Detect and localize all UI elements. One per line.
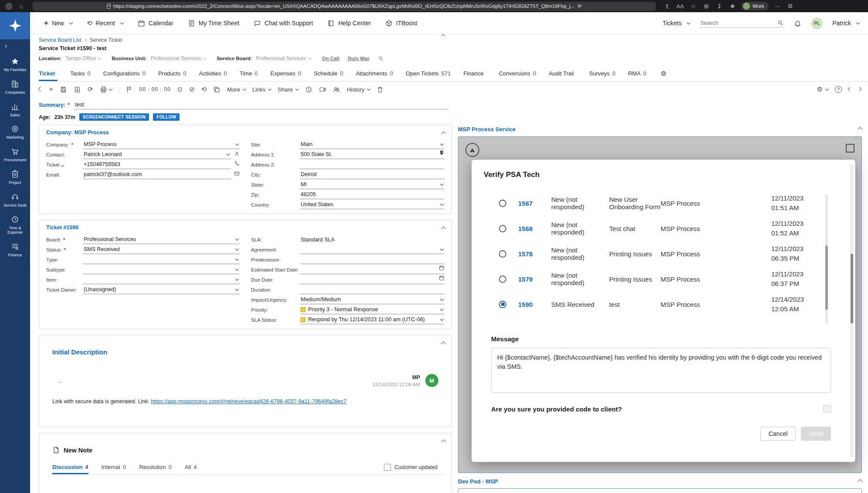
sidebar-item-sales[interactable]: Sales xyxy=(0,99,30,121)
zip-input[interactable]: 48205 xyxy=(300,189,444,199)
next-record-button[interactable] xyxy=(858,88,861,92)
stop-timer-icon[interactable]: ⊘ xyxy=(189,85,195,93)
ticket-id-link[interactable]: 1568 xyxy=(518,225,551,232)
search-input[interactable] xyxy=(700,20,773,26)
ticket-id-link[interactable]: 1590 xyxy=(518,301,551,308)
prev-record-button[interactable] xyxy=(848,88,851,92)
ticket-owner-dropdown[interactable]: (Unassigned) xyxy=(83,284,240,294)
help-icon[interactable]: ? xyxy=(835,86,842,93)
list-item[interactable]: 1579 New (not responded) Printing Issues… xyxy=(499,266,822,292)
tab-rma[interactable]: RMA0 xyxy=(628,70,646,81)
refresh-button[interactable]: ⟳ xyxy=(88,85,93,93)
company-dropdown[interactable]: MSP Process xyxy=(83,139,240,149)
ticket-id-link[interactable]: 1578 xyxy=(518,250,551,258)
sidebar-item-finance[interactable]: Finance xyxy=(0,238,30,261)
note-tab-discussion[interactable]: Discussion4 xyxy=(52,464,88,474)
location-select[interactable]: Tampa Office xyxy=(65,55,101,61)
list-scrollbar-track[interactable] xyxy=(825,194,828,324)
sidebar-item-procurement[interactable]: Procurement xyxy=(0,143,30,166)
predecessor-input[interactable] xyxy=(300,254,444,264)
share-menu[interactable]: Share xyxy=(278,86,298,93)
sidebar-panel-icon[interactable]: ⊞ xyxy=(702,3,711,10)
calendar-icon[interactable] xyxy=(439,265,444,272)
business-unit-select[interactable]: Professional Services xyxy=(151,55,206,61)
tab-finance[interactable]: Finance xyxy=(463,70,486,81)
sidebar-item-companies[interactable]: Companies xyxy=(0,76,30,99)
sla-status-dropdown[interactable]: Respond by Thu 12/14/2023 11:00 am (UTC-… xyxy=(300,314,444,324)
tab-time[interactable]: Time0 xyxy=(240,70,258,81)
scroll-to-top-icon[interactable] xyxy=(465,143,479,157)
save-and-close-button[interactable] xyxy=(74,86,81,93)
summary-input[interactable]: test xyxy=(74,101,449,109)
state-dropdown[interactable]: MI xyxy=(300,179,444,189)
address2-input[interactable] xyxy=(300,159,444,169)
sidebar-item-marketing[interactable]: Marketing xyxy=(0,121,30,143)
sidebar-item-time-expense[interactable]: Time & Expense xyxy=(0,211,30,239)
cancel-button[interactable]: Cancel xyxy=(760,427,796,441)
note-tab-all[interactable]: All4 xyxy=(185,464,197,474)
site-dropdown[interactable]: Main xyxy=(300,139,444,149)
sidebar-item-my-favorites[interactable]: My Favorites xyxy=(0,53,30,76)
reset-timer-icon[interactable]: ⟲ xyxy=(201,85,207,93)
subtype-dropdown[interactable] xyxy=(83,264,240,274)
tab-open-tickets[interactable]: Open Tickets571 xyxy=(406,70,451,81)
on-call-link[interactable]: On Call xyxy=(322,56,339,61)
tab-schedule[interactable]: Schedule0 xyxy=(314,70,343,81)
phone-icon[interactable] xyxy=(234,160,240,169)
tab-conversions[interactable]: Conversions0 xyxy=(499,70,536,81)
back-button[interactable] xyxy=(39,87,42,92)
calendar-icon[interactable] xyxy=(439,275,444,282)
tab-settings-gear-icon[interactable]: ⚙ xyxy=(661,70,666,81)
tickets-menu[interactable]: Tickets xyxy=(662,20,690,27)
timer-flag-icon[interactable] xyxy=(125,86,133,93)
map-pin-icon[interactable] xyxy=(439,150,444,157)
email-input[interactable]: patrickl37@outlook.com xyxy=(83,169,231,179)
toolbar-settings-gear[interactable]: ⚙ xyxy=(817,85,828,93)
schedule-clock-icon[interactable] xyxy=(305,86,312,93)
phone-input[interactable]: +15049755583 xyxy=(83,159,231,169)
list-item[interactable]: 1578 New (not responded) Printing Issues… xyxy=(499,241,822,266)
tab-products[interactable]: Products0 xyxy=(158,70,186,81)
board-dropdown[interactable]: Professional Services xyxy=(83,234,240,244)
user-menu[interactable]: Patrick xyxy=(832,20,859,27)
people-icon[interactable] xyxy=(333,86,340,93)
save-button[interactable] xyxy=(60,86,67,93)
service-board-select[interactable]: Professional Services xyxy=(256,55,311,61)
more-menu-icon[interactable]: ⋯ xyxy=(773,3,782,10)
contact-dropdown[interactable]: Patrick Leonard xyxy=(83,149,231,159)
country-dropdown[interactable]: United States xyxy=(300,199,444,209)
phone-type-dropdown[interactable]: Ticket xyxy=(46,162,83,169)
bell-icon[interactable] xyxy=(794,20,801,27)
customer-updated-checkbox[interactable] xyxy=(384,464,391,471)
ticket-panel-collapse[interactable] xyxy=(442,224,445,232)
tab-expenses[interactable]: Expenses0 xyxy=(271,70,301,81)
duty-mgr-search-icon[interactable] xyxy=(378,55,384,61)
msp-pod-collapse[interactable] xyxy=(858,127,862,132)
radio-button-selected[interactable] xyxy=(499,301,506,308)
follow-button[interactable]: FOLLOW xyxy=(153,113,180,121)
note-tab-internal[interactable]: Internal0 xyxy=(102,464,126,474)
tab-overview-icon[interactable]: ⧉ xyxy=(786,3,795,10)
message-textarea[interactable]: Hi {$contactName}, {$techAccountName} ha… xyxy=(491,348,831,393)
connectwise-logo[interactable] xyxy=(0,12,30,39)
more-menu[interactable]: More xyxy=(227,86,246,93)
video-icon[interactable] xyxy=(319,86,326,93)
note-tab-resolution[interactable]: Resolution0 xyxy=(139,464,172,474)
screenconnect-session-button[interactable]: SCREENCONNECT SESSION xyxy=(79,113,149,121)
browser-profile-icon[interactable] xyxy=(5,3,13,10)
itboost-link[interactable]: ITBoost xyxy=(385,20,417,27)
radio-button[interactable] xyxy=(499,225,506,232)
note-panel-collapse[interactable] xyxy=(442,438,445,445)
due-date-input[interactable] xyxy=(300,274,444,284)
search-icon[interactable] xyxy=(777,20,783,26)
company-panel-collapse[interactable] xyxy=(442,129,445,137)
delete-button[interactable] xyxy=(376,86,384,93)
copy-button[interactable] xyxy=(213,86,220,93)
tab-configurations[interactable]: Configurations0 xyxy=(103,70,146,81)
reload-icon[interactable]: ⟳ xyxy=(577,3,582,9)
duty-mgr-link[interactable]: Duty Mgr xyxy=(348,56,370,61)
home-icon[interactable]: ⌂ xyxy=(17,3,26,10)
address-bar[interactable]: https://staging.connectwisedev.com/v2022… xyxy=(33,2,656,11)
impact-urgency-dropdown[interactable]: Medium/Medium xyxy=(300,294,444,304)
tab-attachments[interactable]: Attachments0 xyxy=(356,70,393,81)
